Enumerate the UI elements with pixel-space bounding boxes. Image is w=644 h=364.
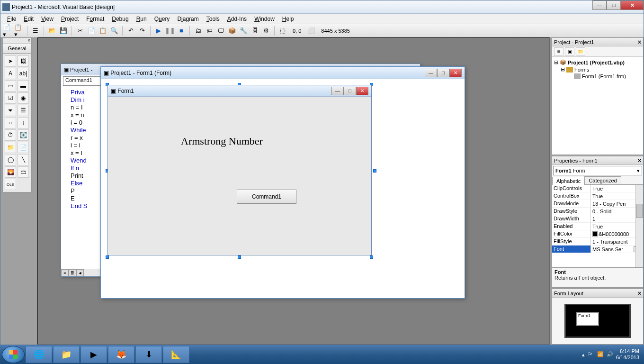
tab-alphabetic[interactable]: Alphabetic [552, 177, 585, 185]
project-tree[interactable]: ⊟📦Project1 (Project1.vbp) ⊟Forms Form1 (… [552, 57, 643, 155]
resize-handle[interactable] [373, 169, 376, 173]
maximize-button[interactable] [607, 0, 621, 10]
start-button[interactable] [2, 346, 25, 363]
volume-icon[interactable]: 🔊 [607, 351, 613, 358]
form-min-button[interactable]: — [425, 69, 437, 77]
tool-image[interactable]: 🌄 [5, 166, 16, 178]
tool-drivelistbox[interactable]: 💽 [18, 129, 29, 141]
menu-editor-button[interactable]: ☰ [30, 26, 41, 36]
tool-picturebox[interactable]: 🖼 [18, 55, 29, 67]
properties-button[interactable]: 🏷 [204, 26, 215, 36]
properties-object-combo[interactable]: Form1 Form ▾ [553, 166, 642, 175]
task-mediaplayer[interactable]: ▶ [80, 346, 107, 363]
designer-canvas[interactable]: ▣ Form1 — □ ✕ Armstrong Number Command1 [101, 79, 465, 298]
designed-close-button[interactable]: ✕ [356, 87, 368, 95]
property-row[interactable]: ControlBoxTrue [552, 192, 643, 200]
tab-categorized[interactable]: Categorized [584, 176, 621, 184]
start-button[interactable]: ▶ [153, 26, 164, 36]
break-button[interactable]: ❚❚ [165, 26, 175, 36]
tool-label[interactable]: A [5, 68, 16, 79]
properties-close[interactable]: × [638, 157, 641, 164]
designed-form[interactable]: ▣ Form1 — □ ✕ Armstrong Number Command1 [107, 85, 372, 255]
label-armstrong[interactable]: Armstrong Number [181, 135, 263, 147]
tray-chevron-icon[interactable]: ▴ [582, 352, 585, 358]
menu-query[interactable]: Query [151, 15, 174, 23]
task-explorer[interactable]: 📁 [53, 346, 80, 363]
clock[interactable]: 6:14 PM 6/14/2013 [616, 348, 639, 361]
tool-vscrollbar[interactable]: ↕ [18, 117, 29, 128]
menu-help[interactable]: Help [278, 15, 298, 23]
tool-dirlistbox[interactable]: 📁 [5, 142, 16, 153]
properties-grid[interactable]: ClipControlsTrueControlBoxTrueDrawMode13… [552, 185, 643, 267]
tool-optionbutton[interactable]: ◉ [18, 92, 29, 104]
tree-forms-folder[interactable]: Forms [574, 67, 589, 73]
data-view-button[interactable]: 🗄 [250, 26, 260, 36]
task-download[interactable]: ⬇ [135, 346, 162, 363]
property-row[interactable]: DrawMode13 - Copy Pen [552, 200, 643, 208]
layout-monitor[interactable]: Form1 [564, 304, 631, 338]
form-max-button[interactable]: □ [437, 69, 449, 77]
task-vb[interactable]: 📐 [163, 346, 189, 363]
flag-icon[interactable]: 🏳 [588, 351, 594, 358]
tree-form1[interactable]: Form1 (Form1.frm) [582, 73, 626, 79]
component-manager-button[interactable]: ⚙ [261, 26, 271, 36]
tool-timer[interactable]: ⏱ [5, 129, 16, 141]
property-row[interactable]: EnabledTrue [552, 223, 643, 230]
property-row[interactable]: FontMS Sans Ser… [552, 246, 643, 253]
project-panel-close[interactable]: × [638, 39, 641, 46]
menu-run[interactable]: Run [133, 15, 151, 23]
menu-file[interactable]: File [3, 15, 20, 23]
form-designer-window[interactable]: ▣ Project1 - Form1 (Form) — □ ✕ [100, 66, 465, 299]
layout-form-preview[interactable]: Form1 [576, 312, 599, 326]
tool-hscrollbar[interactable]: ↔ [5, 117, 16, 128]
form-layout-button[interactable]: 🖵 [215, 26, 226, 36]
tool-combobox[interactable]: ⏷ [5, 105, 16, 116]
redo-button[interactable]: ↷ [137, 26, 147, 36]
tool-pointer[interactable]: ➤ [5, 55, 16, 67]
find-button[interactable]: 🔍 [109, 26, 119, 36]
tool-textbox[interactable]: ab| [18, 68, 29, 79]
menu-addins[interactable]: Add-Ins [224, 15, 250, 23]
resize-handle[interactable] [370, 255, 373, 259]
copy-button[interactable]: 📄 [86, 26, 97, 36]
system-tray[interactable]: ▴ 🏳 📶 🔊 6:14 PM 6/14/2013 [582, 348, 642, 361]
network-icon[interactable]: 📶 [597, 351, 604, 358]
tool-data[interactable]: 🗃 [18, 166, 29, 178]
view-code-button[interactable]: ≡ [554, 47, 564, 56]
tool-checkbox[interactable]: ☑ [5, 92, 16, 104]
toolbox-button[interactable]: 🔧 [238, 26, 249, 36]
tree-expand-icon[interactable]: ⊟ [561, 66, 565, 73]
object-browser-button[interactable]: 📦 [227, 26, 237, 36]
menu-edit[interactable]: Edit [20, 15, 37, 23]
project-explorer-button[interactable]: 🗂 [193, 26, 203, 36]
tool-line[interactable]: ╲ [18, 154, 29, 165]
menu-tools[interactable]: Tools [203, 15, 224, 23]
menu-format[interactable]: Format [82, 15, 108, 23]
task-firefox[interactable]: 🦊 [108, 346, 134, 363]
toggle-folders-button[interactable]: 📁 [576, 47, 585, 56]
form-close-button[interactable]: ✕ [449, 69, 462, 77]
task-ie[interactable]: 🌐 [26, 346, 52, 363]
tool-ole[interactable]: OLE [5, 179, 16, 190]
property-row[interactable]: ClipControlsTrue [552, 185, 643, 192]
tool-shape[interactable]: ◯ [5, 154, 16, 165]
view-object-button[interactable]: ▣ [565, 47, 574, 56]
designed-min-button[interactable]: — [331, 87, 344, 95]
menu-project[interactable]: Project [57, 15, 82, 23]
resize-handle[interactable] [238, 255, 241, 259]
menu-debug[interactable]: Debug [108, 15, 132, 23]
toolbox-title[interactable]: General [2, 44, 32, 54]
close-button[interactable] [621, 0, 644, 10]
command1-button[interactable]: Command1 [237, 190, 296, 204]
tree-expand-icon[interactable]: ⊟ [554, 59, 558, 65]
menu-diagram[interactable]: Diagram [173, 15, 202, 23]
resize-handle[interactable] [106, 255, 109, 259]
tree-project[interactable]: Project1 (Project1.vbp) [568, 60, 625, 65]
property-row[interactable]: DrawStyle0 - Solid [552, 208, 643, 215]
paste-button[interactable]: 📋 [98, 26, 108, 36]
property-row[interactable]: FillStyle1 - Transparent [552, 238, 643, 246]
tool-filelistbox[interactable]: 📄 [18, 142, 29, 153]
designed-max-button[interactable]: □ [344, 87, 356, 95]
tool-frame[interactable]: ▭ [5, 80, 16, 91]
undo-button[interactable]: ↶ [125, 26, 136, 36]
